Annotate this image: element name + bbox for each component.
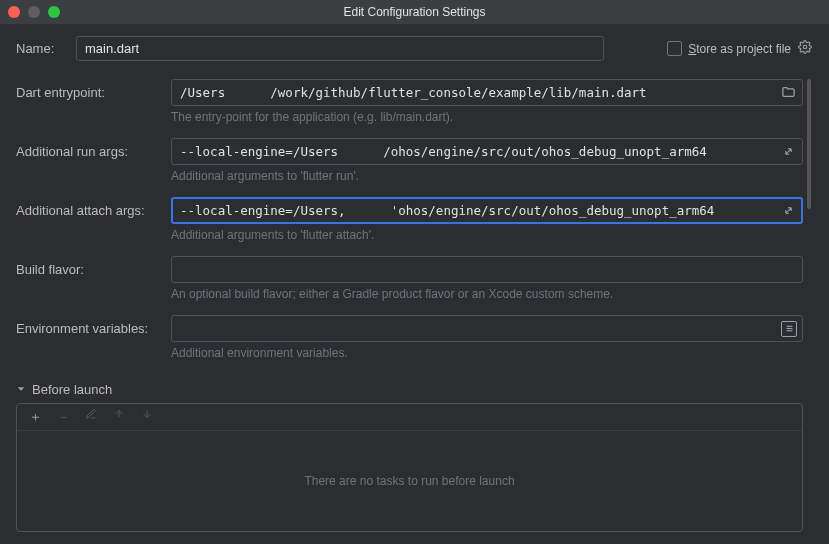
store-as-project-checkbox[interactable] [667, 41, 682, 56]
minimize-window-icon[interactable] [28, 6, 40, 18]
env-vars-input[interactable] [171, 315, 803, 342]
store-as-project-label[interactable]: Store as project file [688, 42, 791, 56]
svg-point-0 [803, 45, 807, 49]
expand-icon[interactable] [779, 143, 797, 161]
folder-icon[interactable] [779, 84, 797, 102]
entrypoint-help: The entry-point for the application (e.g… [171, 110, 803, 124]
build-flavor-help: An optional build flavor; either a Gradl… [171, 287, 803, 301]
window-title: Edit Configuration Settings [0, 5, 829, 19]
chevron-down-icon [16, 382, 26, 397]
attach-args-help: Additional arguments to 'flutter attach'… [171, 228, 803, 242]
entrypoint-input[interactable] [171, 79, 803, 106]
close-window-icon[interactable] [8, 6, 20, 18]
add-task-icon[interactable]: ＋ [27, 408, 43, 426]
run-args-input[interactable] [171, 138, 803, 165]
edit-task-icon [83, 408, 99, 426]
titlebar: Edit Configuration Settings [0, 0, 829, 24]
before-launch-title: Before launch [32, 382, 112, 397]
build-flavor-input[interactable] [171, 256, 803, 283]
run-args-label: Additional run args: [16, 144, 171, 159]
env-vars-label: Environment variables: [16, 321, 171, 336]
move-up-icon [111, 408, 127, 426]
maximize-window-icon[interactable] [48, 6, 60, 18]
env-vars-help: Additional environment variables. [171, 346, 803, 360]
window-controls [8, 6, 60, 18]
attach-args-input[interactable] [171, 197, 803, 224]
before-launch-panel: ＋ － There are no tasks to run before lau… [16, 403, 803, 532]
run-args-help: Additional arguments to 'flutter run'. [171, 169, 803, 183]
before-launch-empty: There are no tasks to run before launch [17, 431, 802, 531]
entrypoint-label: Dart entrypoint: [16, 85, 171, 100]
move-down-icon [139, 408, 155, 426]
name-label: Name: [16, 41, 76, 56]
remove-task-icon: － [55, 408, 71, 426]
list-icon[interactable] [781, 321, 797, 337]
expand-icon[interactable] [779, 202, 797, 220]
scrollbar[interactable] [807, 79, 811, 209]
gear-icon[interactable] [797, 40, 813, 57]
name-input[interactable] [76, 36, 604, 61]
attach-args-label: Additional attach args: [16, 203, 171, 218]
build-flavor-label: Build flavor: [16, 262, 171, 277]
before-launch-header[interactable]: Before launch [16, 382, 803, 397]
